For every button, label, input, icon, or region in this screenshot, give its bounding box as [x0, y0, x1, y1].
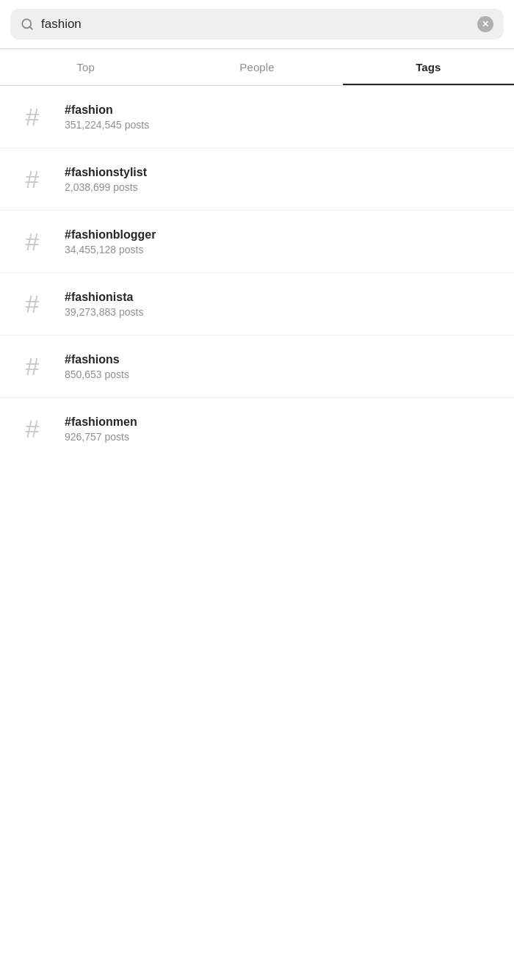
tag-info: #fashionblogger 34,455,128 posts	[65, 228, 156, 255]
hash-icon: #	[13, 347, 51, 385]
svg-line-1	[29, 26, 32, 29]
tag-name: #fashion	[65, 104, 149, 117]
tag-info: #fashionista 39,273,883 posts	[65, 291, 143, 318]
search-icon	[21, 18, 34, 31]
tag-info: #fashionstylist 2,038,699 posts	[65, 166, 147, 193]
tag-count: 34,455,128 posts	[65, 244, 156, 255]
tag-item[interactable]: # #fashionista 39,273,883 posts	[0, 273, 514, 335]
tag-count: 926,757 posts	[65, 431, 137, 443]
tag-item[interactable]: # #fashion 351,224,545 posts	[0, 86, 514, 148]
tag-item[interactable]: # #fashionmen 926,757 posts	[0, 398, 514, 460]
search-bar: fashion	[10, 9, 504, 40]
tag-count: 351,224,545 posts	[65, 119, 149, 131]
hash-icon: #	[13, 98, 51, 136]
tab-top[interactable]: Top	[0, 49, 171, 85]
search-bar-container: fashion	[0, 0, 514, 48]
tag-item[interactable]: # #fashionstylist 2,038,699 posts	[0, 148, 514, 211]
tag-item[interactable]: # #fashions 850,653 posts	[0, 335, 514, 398]
tag-count: 850,653 posts	[65, 369, 129, 380]
tag-info: #fashionmen 926,757 posts	[65, 415, 137, 443]
hash-icon: #	[13, 285, 51, 323]
search-clear-button[interactable]	[477, 16, 493, 32]
hash-icon: #	[13, 410, 51, 448]
tag-name: #fashionmen	[65, 415, 137, 429]
tag-item[interactable]: # #fashionblogger 34,455,128 posts	[0, 211, 514, 273]
tabs-container: Top People Tags	[0, 49, 514, 85]
tag-name: #fashionstylist	[65, 166, 147, 179]
hash-icon: #	[13, 160, 51, 198]
hash-icon: #	[13, 222, 51, 261]
tags-list: # #fashion 351,224,545 posts # #fashions…	[0, 86, 514, 460]
tag-name: #fashions	[65, 353, 129, 366]
tab-tags[interactable]: Tags	[343, 49, 514, 85]
tag-count: 2,038,699 posts	[65, 181, 147, 193]
tab-people[interactable]: People	[171, 49, 342, 85]
search-input[interactable]: fashion	[41, 17, 470, 32]
tag-name: #fashionblogger	[65, 228, 156, 242]
tag-name: #fashionista	[65, 291, 143, 304]
tag-count: 39,273,883 posts	[65, 306, 143, 318]
tag-info: #fashions 850,653 posts	[65, 353, 129, 380]
tag-info: #fashion 351,224,545 posts	[65, 104, 149, 131]
